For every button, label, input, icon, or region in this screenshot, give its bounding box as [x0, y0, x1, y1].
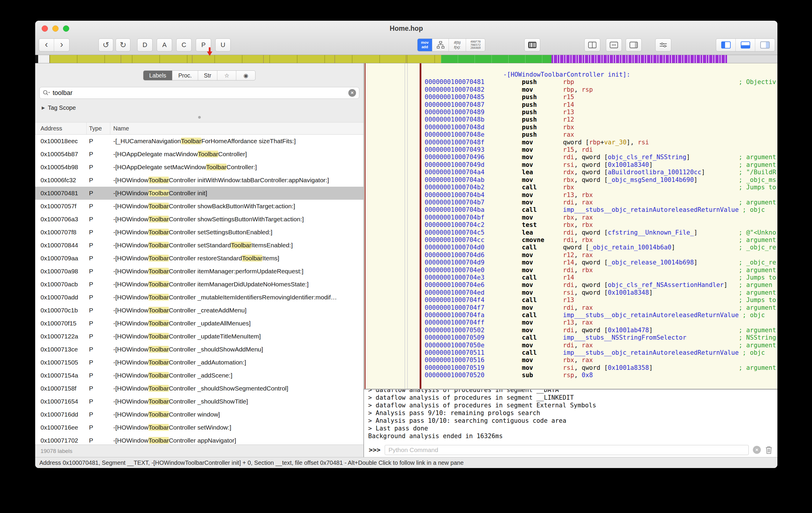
back-button[interactable]: ‹	[39, 39, 54, 51]
data-type-button-a[interactable]: A	[157, 38, 172, 52]
disasm-line[interactable]: 00000001000704b4 mov r13, rbx	[425, 192, 777, 199]
search-input[interactable]	[53, 89, 346, 97]
table-row[interactable]: 0x1000716eeP-[HOWindowToolbarController …	[35, 421, 364, 434]
pseudocode-mode-button[interactable]: if(b) f(x):	[449, 39, 466, 51]
disasm-line[interactable]: 00000001000704ff mov r13, rax	[425, 319, 777, 326]
disasm-line[interactable]: 00000001000704d0 call qword [_objc_retai…	[425, 244, 777, 251]
disasm-line[interactable]: 000000010007048f mov qword [rbp+var_30],…	[425, 139, 777, 146]
table-row[interactable]: 0x1000707f8P-[HOWindowToolbarController …	[35, 226, 364, 239]
toggle-bottom-pane-button[interactable]	[736, 39, 755, 51]
toggle-right-pane-button[interactable]	[755, 39, 775, 51]
disasm-line[interactable]: 0000000100070485 push r15	[425, 93, 777, 101]
forward-button[interactable]: ›	[54, 39, 69, 51]
table-row[interactable]: 0x10007057fP-[HOWindowToolbarController …	[35, 200, 364, 213]
table-row[interactable]: 0x100054b98P-[HOAppDelegate setMacWindow…	[35, 161, 364, 174]
table-row[interactable]: 0x10007154aP-[HOWindowToolbarController …	[35, 369, 364, 382]
disasm-line[interactable]: 0000000100070519 mov rsi, qword [0x1001a…	[425, 364, 777, 372]
segments-view-button[interactable]	[606, 38, 622, 52]
disasm-line[interactable]: 0000000100070481 push rbp ; Objectiv	[425, 78, 777, 86]
disasm-line[interactable]: 0000000100070489 push r13	[425, 109, 777, 116]
disasm-line[interactable]: 0000000100070496 mov rdi, qword [objc_cl…	[425, 153, 777, 161]
minimap-segment-pagezero[interactable]	[38, 55, 49, 63]
undo-button[interactable]: ↺	[98, 38, 113, 52]
table-row[interactable]: 0x10006fc32P-[HOWindowToolbarController …	[35, 174, 364, 187]
clear-console-button[interactable]: ×	[753, 446, 761, 454]
binary-view-button[interactable]	[524, 38, 540, 52]
disasm-line[interactable]: 0000000100070487 push r14	[425, 101, 777, 109]
table-row[interactable]: 0x100070481P-[HOWindowToolbarController …	[35, 187, 364, 200]
disasm-line[interactable]: 000000010007048b push r12	[425, 116, 777, 123]
tab-strings[interactable]: Str	[198, 71, 218, 80]
disasm-line[interactable]: 00000001000704b2 call rbx ; Jumps to	[425, 184, 777, 191]
disasm-line[interactable]: 00000001000704ed mov rsi, qword [0x1001a…	[425, 289, 777, 296]
table-row[interactable]: 0x1000709aaP-[HOWindowToolbarController …	[35, 252, 364, 265]
disasm-line[interactable]: 0000000100070516 mov rbx, rax	[425, 357, 777, 364]
data-type-button-u[interactable]: U	[215, 38, 231, 52]
disasm-line[interactable]: 00000001000704bf mov rbx, rax	[425, 214, 777, 221]
data-type-button-c[interactable]: C	[176, 38, 192, 52]
search-field[interactable]: ×	[39, 87, 359, 99]
column-header-name[interactable]: Name	[110, 122, 364, 134]
disasm-line[interactable]: 0000000100070509 call imp___stubs__NSStr…	[425, 334, 777, 341]
minimap-segment-linkedit[interactable]	[551, 55, 727, 63]
titlebar[interactable]: Home.hop	[35, 21, 777, 36]
table-row[interactable]: 0x100071702P-[HOWindowToolbarController …	[35, 434, 364, 444]
table-row[interactable]: 0x100018eecP-[_HUCameraNavigationToolbar…	[35, 135, 364, 148]
disasm-line[interactable]: 0000000100070502 mov rdi, qword [0x1001a…	[425, 326, 777, 334]
redo-button[interactable]: ↻	[116, 38, 130, 52]
toggle-left-pane-button[interactable]	[716, 39, 736, 51]
disasm-line[interactable]: 00000001000704cc cmovne rdi, rbx ; argum…	[425, 236, 777, 244]
disasm-line[interactable]: 000000010007049d mov rsi, qword [0x1001a…	[425, 161, 777, 169]
table-row[interactable]: 0x100070acbP-[HOWindowToolbarController …	[35, 278, 364, 291]
disasm-line[interactable]: 00000001000704b7 mov rdi, rax ; argument	[425, 199, 777, 206]
disasm-line[interactable]: 0000000100070511 call imp___stubs__objc_…	[425, 349, 777, 357]
disasm-line[interactable]: 00000001000704a4 lea rdx, qword [aBuildr…	[425, 169, 777, 176]
table-row[interactable]: 0x1000706a3P-[HOWindowToolbarController …	[35, 213, 364, 226]
disasm-line[interactable]: 00000001000704c2 test rbx, rbx	[425, 221, 777, 229]
table-row[interactable]: 0x100070a98P-[HOWindowToolbarController …	[35, 265, 364, 278]
disasm-line[interactable]: 0000000100070482 mov rbp, rsp	[425, 86, 777, 93]
disasm-line[interactable]: 0000000100070520 sub rsp, 0x8	[425, 372, 777, 379]
table-row[interactable]: 0x10007122aP-[HOWindowToolbarController …	[35, 330, 364, 343]
table-row[interactable]: 0x100070f15P-[HOWindowToolbarController …	[35, 317, 364, 330]
tab-procedures[interactable]: Proc.	[172, 71, 198, 80]
disasm-line[interactable]: 000000010007048d push rbx	[425, 124, 777, 131]
disclosure-triangle-icon[interactable]: ▶	[42, 105, 45, 110]
minimap-segment-text[interactable]	[49, 55, 441, 63]
table-row[interactable]: 0x100070c1bP-[HOWindowToolbarController …	[35, 304, 364, 317]
split-view-button[interactable]	[584, 38, 600, 52]
column-header-address[interactable]: Address	[35, 122, 87, 134]
cfg-mode-button[interactable]	[432, 39, 449, 51]
minimap-segment-data[interactable]	[441, 55, 551, 63]
assembly-mode-button[interactable]: mov add	[417, 39, 432, 51]
pane-resize-handle[interactable]	[198, 116, 201, 119]
table-row[interactable]: 0x100054b87P-[HOAppDelegate macWindowToo…	[35, 148, 364, 161]
tab-labels[interactable]: Labels	[143, 71, 172, 80]
inspector-view-button[interactable]	[626, 38, 642, 52]
disasm-line[interactable]: 0000000100070493 mov r15, rdi	[425, 146, 777, 153]
minimap-segment-end[interactable]	[727, 55, 777, 63]
disasm-line[interactable]: 00000001000704e0 mov rdi, rbx ; argument	[425, 266, 777, 274]
minimap-segment-header[interactable]	[35, 55, 38, 63]
table-row[interactable]: 0x1000713ceP-[HOWindowToolbarController …	[35, 343, 364, 356]
tab-scope[interactable]: ◉	[236, 71, 255, 80]
disasm-line[interactable]: 000000010007048e push rax	[425, 131, 777, 139]
disasm-line[interactable]: 000000010007050e mov rdi, rax ; argument	[425, 342, 777, 349]
data-type-button-d[interactable]: D	[137, 38, 152, 52]
log-console[interactable]: > dataflow analysis of procedures in seg…	[364, 390, 777, 443]
table-row[interactable]: 0x100071505P-[HOWindowToolbarController …	[35, 356, 364, 369]
filter-options-button[interactable]	[655, 38, 671, 52]
disasm-line[interactable]: 00000001000704ba call imp___stubs__objc_…	[425, 206, 777, 213]
python-command-input[interactable]	[385, 445, 749, 455]
disassembly-view[interactable]: -[HOWindowToolbarController init]:000000…	[364, 63, 777, 389]
disasm-line[interactable]: 00000001000704d6 mov r12, rax	[425, 252, 777, 259]
table-row[interactable]: 0x1000716ddP-[HOWindowToolbarController …	[35, 408, 364, 421]
table-row[interactable]: 0x100070844P-[HOWindowToolbarController …	[35, 239, 364, 252]
table-row[interactable]: 0x10007158fP-[HOWindowToolbarController …	[35, 382, 364, 395]
disasm-line[interactable]: 00000001000704f4 call r13 ; Jumps to	[425, 296, 777, 304]
disasm-line[interactable]: 00000001000704ab mov rbx, qword [_objc_m…	[425, 176, 777, 184]
table-row[interactable]: 0x100071654P-[HOWindowToolbarController …	[35, 395, 364, 408]
search-clear-button[interactable]: ×	[348, 89, 356, 97]
hex-mode-button[interactable]: 406F70 706572 204469	[466, 39, 485, 51]
disasm-line[interactable]: 00000001000704e3 call r14 ; Jumps to	[425, 274, 777, 281]
